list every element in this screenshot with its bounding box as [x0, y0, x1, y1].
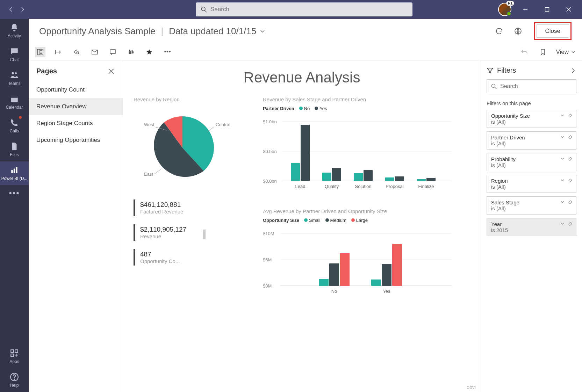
website-button[interactable]	[512, 25, 524, 37]
eraser-icon[interactable]	[568, 221, 573, 226]
filter-card[interactable]: Probabilityis (All)	[487, 153, 576, 171]
share-button[interactable]	[71, 47, 82, 57]
close-icon[interactable]	[107, 67, 115, 75]
more-button[interactable]: •••	[162, 47, 173, 57]
rail-files[interactable]: Files	[0, 138, 29, 161]
nav-forward[interactable]	[17, 4, 28, 15]
kpi-label: Revenue	[140, 233, 206, 239]
avatar-badge: R1	[506, 1, 514, 6]
kpi-spark	[203, 230, 206, 239]
svg-rect-48	[291, 163, 300, 181]
search-input[interactable]	[210, 6, 408, 13]
svg-text:$0M: $0M	[263, 283, 272, 289]
pages-pane-toggle[interactable]	[35, 47, 45, 57]
svg-text:Lead: Lead	[295, 184, 306, 189]
kpi-card[interactable]: $461,120,881 Factored Revenue	[134, 199, 210, 216]
page-item[interactable]: Upcoming Opportunities	[29, 132, 123, 148]
bookmark-button[interactable]	[538, 47, 548, 57]
kpi-value: 487	[140, 251, 206, 258]
legend: Partner Driven No Yes	[263, 106, 470, 111]
filter-card[interactable]: Regionis (All)	[487, 175, 576, 193]
chevron-down-icon[interactable]	[259, 28, 266, 35]
legend: Opportunity Size Small Medium Large	[263, 218, 470, 223]
teams-chat-button[interactable]	[126, 47, 136, 57]
close-button[interactable]: Close	[537, 24, 569, 38]
chevron-down-icon[interactable]	[560, 156, 565, 161]
pie-chart[interactable]: Central East West	[134, 106, 238, 190]
svg-rect-54	[354, 173, 363, 181]
bar-chart-1[interactable]: $1.0bn $0.5bn $0.0bn Lead Qualify Soluti…	[263, 115, 459, 198]
filter-search[interactable]	[487, 79, 576, 93]
tab-subtitle: Data updated 10/1/15	[169, 26, 256, 37]
svg-rect-32	[129, 51, 131, 54]
rail-activity[interactable]: Activity	[0, 19, 29, 43]
svg-rect-3	[545, 8, 549, 12]
rail-label: Power BI (D...	[1, 176, 28, 181]
rail-teams[interactable]: Teams	[0, 66, 29, 90]
kpi-card[interactable]: $2,110,905,127 Revenue	[134, 224, 210, 241]
svg-rect-11	[14, 169, 15, 173]
avatar[interactable]: R1	[498, 3, 511, 16]
rail-overflow[interactable]: •••	[0, 185, 29, 201]
chevron-down-icon	[571, 50, 576, 55]
eraser-icon[interactable]	[568, 113, 573, 118]
filter-card[interactable]: Opportunity Sizeis (All)	[487, 110, 576, 128]
svg-point-0	[201, 7, 205, 11]
tab-title: Opportunity Analysis Sample	[39, 26, 155, 37]
filter-card[interactable]: Partner Drivenis (All)	[487, 131, 576, 150]
rail-chat[interactable]: Chat	[0, 43, 29, 66]
chevron-right-icon[interactable]	[570, 67, 576, 74]
pages-pane: Pages Opportunity Count Revenue Overview…	[29, 61, 123, 392]
view-dropdown[interactable]: View	[556, 49, 576, 56]
refresh-button[interactable]	[493, 25, 505, 37]
nav-back[interactable]	[6, 4, 17, 15]
eraser-icon[interactable]	[568, 135, 573, 139]
rail-calls[interactable]: Calls	[0, 114, 29, 138]
undo-button[interactable]	[519, 47, 530, 57]
chevron-down-icon[interactable]	[560, 178, 565, 183]
rail-calendar[interactable]: Calendar	[0, 90, 29, 114]
window-maximize[interactable]	[539, 2, 555, 17]
kpi-card[interactable]: 487 Opportunity Co...	[134, 249, 210, 266]
filter-search-input[interactable]	[500, 83, 572, 89]
rail-powerbi[interactable]: Power BI (D...	[0, 161, 29, 185]
subscribe-button[interactable]	[89, 47, 100, 57]
svg-rect-71	[340, 253, 350, 286]
svg-rect-52	[332, 168, 341, 181]
svg-rect-9	[11, 96, 18, 97]
page-item[interactable]: Revenue Overview	[29, 98, 123, 115]
window-minimize[interactable]	[518, 2, 533, 17]
bar-chart-2[interactable]: $10M $5M $0M No Yes	[263, 226, 459, 303]
view-label: View	[556, 49, 569, 56]
svg-text:$0.0bn: $0.0bn	[263, 179, 277, 184]
content: Opportunity Analysis Sample | Data updat…	[29, 19, 582, 392]
chevron-down-icon[interactable]	[560, 199, 565, 204]
svg-text:Qualify: Qualify	[325, 184, 339, 189]
filter-card[interactable]: Yearis 2015	[487, 218, 576, 236]
page-item[interactable]: Region Stage Counts	[29, 115, 123, 132]
page-item[interactable]: Opportunity Count	[29, 81, 123, 98]
chevron-down-icon[interactable]	[560, 221, 565, 226]
svg-text:Solution: Solution	[355, 184, 372, 189]
window-close[interactable]	[561, 2, 576, 17]
eraser-icon[interactable]	[568, 199, 573, 204]
global-search[interactable]	[196, 2, 412, 16]
filter-card[interactable]: Sales Stageis (All)	[487, 196, 576, 215]
favorite-button[interactable]	[144, 47, 155, 57]
comment-button[interactable]	[108, 47, 118, 57]
search-icon	[201, 6, 207, 13]
svg-line-78	[495, 87, 496, 89]
rail-apps[interactable]: Apps	[0, 344, 29, 368]
svg-rect-13	[11, 350, 14, 353]
eraser-icon[interactable]	[568, 156, 573, 161]
app-rail: Activity Chat Teams Calendar Calls Files…	[0, 19, 29, 392]
eraser-icon[interactable]	[568, 178, 573, 183]
export-button[interactable]	[53, 47, 64, 57]
chevron-down-icon[interactable]	[560, 135, 565, 139]
svg-rect-58	[395, 176, 404, 181]
svg-text:Yes: Yes	[383, 289, 390, 294]
rail-help[interactable]: Help	[0, 368, 29, 392]
chevron-down-icon[interactable]	[560, 113, 565, 118]
close-highlight: Close	[534, 22, 572, 40]
filter-value: is (All)	[491, 205, 572, 211]
